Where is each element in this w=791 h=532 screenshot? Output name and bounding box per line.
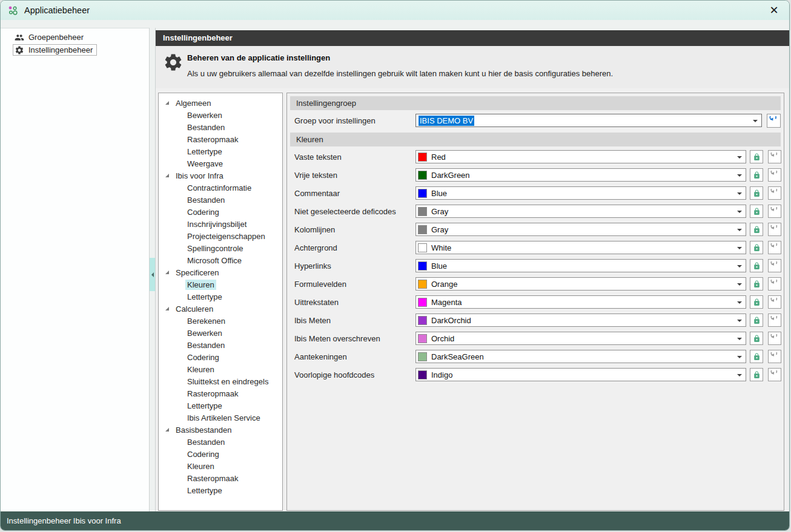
row-undo-button[interactable] [768, 168, 781, 182]
undo-icon [770, 189, 779, 198]
sidebar-item-groepenbeheer[interactable]: Groepenbeheer [13, 31, 88, 43]
color-combobox[interactable]: White [415, 241, 746, 254]
row-undo-button[interactable] [768, 295, 781, 309]
splitter-collapse-handle[interactable] [150, 258, 155, 291]
lock-button[interactable] [750, 150, 763, 163]
tree-item[interactable]: Bewerken [159, 109, 282, 121]
tree-item[interactable]: Ibis voor Infra [159, 169, 282, 182]
settings-group-combobox[interactable]: IBIS DEMO BV [415, 114, 762, 127]
color-combobox[interactable]: Gray [415, 223, 746, 236]
tree-item[interactable]: Lettertype [159, 145, 282, 157]
color-combobox[interactable]: DarkOrchid [415, 314, 746, 327]
tree-item-label: Specificeren [174, 268, 221, 278]
tree-item[interactable]: Berekenen [159, 315, 282, 327]
tree-item[interactable]: Bewerken [159, 327, 282, 339]
group-undo-button[interactable] [767, 114, 781, 128]
color-combobox[interactable]: Orchid [415, 332, 746, 345]
row-undo-button[interactable] [768, 205, 781, 218]
tree-item[interactable]: Codering [159, 448, 282, 460]
tree-item[interactable]: Calculeren [159, 303, 282, 315]
lock-button[interactable] [750, 368, 763, 381]
row-undo-button[interactable] [768, 186, 781, 200]
color-combobox[interactable]: DarkSeaGreen [415, 350, 746, 363]
tree-item[interactable]: Rasteropmaak [159, 133, 282, 145]
lock-button[interactable] [750, 277, 763, 291]
tree-item[interactable]: Weergave [159, 157, 282, 169]
tree-item[interactable]: Ibis Artikelen Service [159, 412, 282, 424]
tree-item[interactable]: Codering [159, 351, 282, 363]
tree-item[interactable]: Microsoft Office [159, 254, 282, 266]
color-combobox[interactable]: Orange [415, 277, 746, 291]
color-combobox[interactable]: Indigo [415, 368, 746, 381]
lock-button[interactable] [750, 205, 763, 218]
lock-icon [753, 371, 761, 379]
row-undo-button[interactable] [768, 223, 781, 236]
lock-button[interactable] [750, 186, 763, 200]
tree-item[interactable]: Bestanden [159, 436, 282, 448]
tree-item[interactable]: Rasteropmaak [159, 472, 282, 484]
color-combobox[interactable]: Magenta [415, 295, 746, 309]
color-combobox[interactable]: Red [415, 150, 746, 163]
tree-item[interactable]: Contractinformatie [159, 182, 282, 194]
gear-icon [163, 52, 184, 73]
expander-icon [165, 270, 170, 275]
tree-item[interactable]: Kleuren [159, 278, 282, 291]
row-undo-button[interactable] [768, 241, 781, 254]
tree-item[interactable]: Sluittekst en eindregels [159, 375, 282, 387]
app-logo-icon [8, 5, 18, 16]
lock-button[interactable] [750, 168, 763, 182]
color-value: Gray [431, 225, 448, 234]
sidebar-item-instellingenbeheer[interactable]: Instellingenbeheer [13, 44, 97, 56]
lock-button[interactable] [750, 314, 763, 327]
color-combobox[interactable]: Gray [415, 205, 746, 218]
tree-item[interactable]: Basisbestanden [159, 424, 282, 436]
lock-button[interactable] [750, 332, 763, 345]
tree-item[interactable]: Bestanden [159, 339, 282, 351]
tree-item[interactable]: Bestanden [159, 121, 282, 133]
tree-item[interactable]: Inschrijvingsbiljet [159, 218, 282, 230]
tree-item[interactable]: Codering [159, 206, 282, 218]
color-value: DarkOrchid [431, 316, 471, 325]
tree-item[interactable]: Specificeren [159, 266, 282, 278]
lock-button[interactable] [750, 241, 763, 254]
color-combobox[interactable]: Blue [415, 259, 746, 272]
row-undo-button[interactable] [768, 259, 781, 272]
row-undo-button[interactable] [768, 368, 781, 381]
info-description: Als u uw gebruikers allemaal van dezelfd… [187, 69, 613, 78]
expander-icon [165, 427, 170, 432]
panel-splitter[interactable] [149, 28, 156, 511]
tree-item[interactable]: Kleuren [159, 460, 282, 472]
lock-icon [753, 262, 761, 270]
close-button[interactable]: ✕ [766, 3, 782, 18]
color-combobox[interactable]: DarkGreen [415, 168, 746, 182]
tree-item[interactable]: Algemeen [159, 97, 282, 109]
row-undo-button[interactable] [768, 150, 781, 163]
color-combobox[interactable]: Blue [415, 186, 746, 200]
undo-icon [770, 370, 779, 379]
content-area: Algemeen Bewerken Bestanden Rasteropmaak… [156, 88, 789, 511]
lock-button[interactable] [750, 295, 763, 309]
color-setting-row: Hyperlinks Blue [287, 259, 784, 273]
users-icon [15, 33, 24, 42]
tree-item-label: Kleuren [185, 364, 216, 375]
tree-item[interactable]: Lettertype [159, 291, 282, 303]
row-undo-button[interactable] [768, 350, 781, 363]
color-value: Blue [431, 189, 447, 198]
tree-item[interactable]: Lettertype [159, 484, 282, 496]
tree-item[interactable]: Spellingcontrole [159, 242, 282, 254]
tree-item[interactable]: Projecteigenschappen [159, 230, 282, 242]
tree-item[interactable]: Bestanden [159, 194, 282, 206]
tree-item[interactable]: Rasteropmaak [159, 387, 282, 399]
row-undo-button[interactable] [768, 332, 781, 345]
tree-item[interactable]: Kleuren [159, 363, 282, 375]
row-undo-button[interactable] [768, 277, 781, 291]
tree-item-label: Lettertype [185, 146, 224, 157]
lock-button[interactable] [750, 350, 763, 363]
color-setting-row: Ibis Meten DarkOrchid [287, 314, 784, 327]
titlebar[interactable]: Applicatiebeheer ✕ [1, 1, 789, 20]
row-undo-button[interactable] [768, 314, 781, 327]
lock-button[interactable] [750, 223, 763, 236]
lock-button[interactable] [750, 259, 763, 272]
tree-item[interactable]: Lettertype [159, 399, 282, 412]
color-row-label: Ibis Meten overschreven [294, 334, 380, 343]
